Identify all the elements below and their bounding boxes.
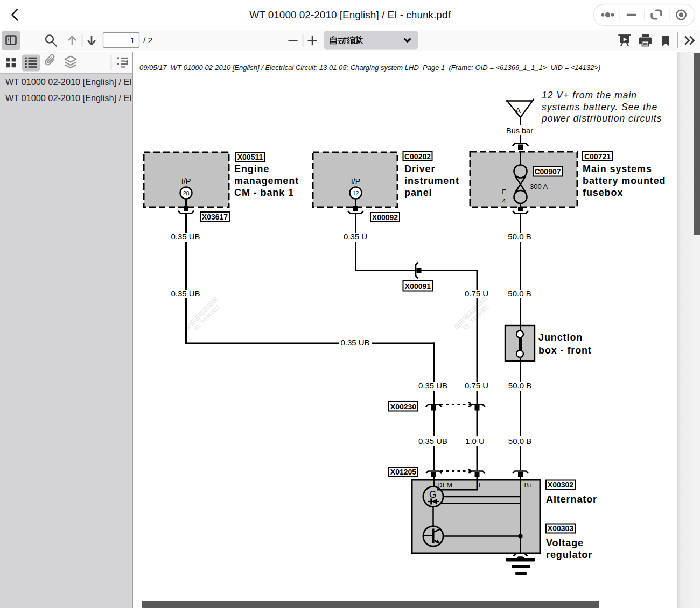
svg-text:I/P: I/P bbox=[351, 177, 361, 186]
svg-text:C00907: C00907 bbox=[534, 167, 561, 176]
svg-text:300 A: 300 A bbox=[530, 182, 548, 190]
svg-text:systems battery. See the: systems battery. See the bbox=[542, 102, 657, 112]
svg-text:DFM: DFM bbox=[437, 481, 452, 489]
svg-text:28: 28 bbox=[183, 190, 190, 196]
svg-text:F: F bbox=[502, 188, 506, 196]
svg-text:A: A bbox=[515, 106, 521, 115]
svg-text:0.35 UB: 0.35 UB bbox=[171, 289, 200, 298]
svg-text:X00091: X00091 bbox=[405, 282, 431, 291]
svg-text:regulator: regulator bbox=[546, 549, 592, 560]
svg-text:instrument: instrument bbox=[404, 175, 459, 186]
svg-text:C00721: C00721 bbox=[584, 152, 611, 161]
svg-text:09/05/17 WT 01000 02-2010 [En: 09/05/17 WT 01000 02-2010 [English] / El… bbox=[139, 63, 600, 72]
svg-text:CM - bank 1: CM - bank 1 bbox=[234, 187, 294, 198]
svg-text:Driver: Driver bbox=[404, 164, 435, 174]
svg-text:box - front: box - front bbox=[538, 345, 592, 356]
svg-text:Bus bar: Bus bar bbox=[506, 126, 533, 135]
svg-text:0.35 UB: 0.35 UB bbox=[418, 381, 447, 390]
svg-text:X01205: X01205 bbox=[390, 468, 416, 476]
svg-text:0.35 UB: 0.35 UB bbox=[171, 232, 200, 241]
svg-text:0.35 UB: 0.35 UB bbox=[418, 436, 447, 446]
svg-text:0.35 UB: 0.35 UB bbox=[340, 338, 369, 347]
svg-text:50.0 B: 50.0 B bbox=[508, 436, 531, 446]
svg-text:power distribution circuits: power distribution circuits bbox=[541, 113, 662, 124]
svg-text:12: 12 bbox=[353, 190, 359, 196]
svg-text:X00092: X00092 bbox=[372, 213, 398, 222]
svg-text:fusebox: fusebox bbox=[583, 187, 623, 198]
svg-text:Engine: Engine bbox=[234, 164, 269, 174]
svg-text:0.75 U: 0.75 U bbox=[465, 289, 488, 298]
svg-text:panel: panel bbox=[404, 187, 432, 198]
svg-text:50.0 B: 50.0 B bbox=[508, 232, 531, 241]
svg-text:Voltage: Voltage bbox=[546, 538, 584, 548]
svg-text:Junction: Junction bbox=[538, 332, 583, 343]
svg-text:X00230: X00230 bbox=[390, 402, 416, 411]
svg-text:X00511: X00511 bbox=[237, 153, 263, 161]
svg-text:1.0 U: 1.0 U bbox=[465, 436, 485, 446]
svg-text:X00303: X00303 bbox=[548, 524, 573, 533]
svg-text:I/P: I/P bbox=[181, 177, 191, 186]
svg-text:X00302: X00302 bbox=[548, 480, 573, 489]
svg-text:management: management bbox=[234, 175, 299, 186]
svg-text:C00202: C00202 bbox=[404, 152, 431, 161]
svg-text:X03617: X03617 bbox=[202, 213, 228, 221]
svg-text:Main systems: Main systems bbox=[583, 164, 652, 174]
svg-text:battery mounted: battery mounted bbox=[583, 175, 666, 186]
svg-text:12 V+ from the main: 12 V+ from the main bbox=[542, 90, 637, 101]
svg-text:G: G bbox=[429, 489, 437, 500]
svg-text:B+: B+ bbox=[524, 481, 533, 489]
svg-text:0.35 U: 0.35 U bbox=[344, 232, 367, 241]
svg-text:0.75 U: 0.75 U bbox=[465, 381, 488, 390]
svg-text:50.0 B: 50.0 B bbox=[508, 381, 531, 390]
svg-text:50.0 B: 50.0 B bbox=[508, 289, 531, 298]
svg-text:L: L bbox=[479, 481, 482, 489]
svg-text:Alternator: Alternator bbox=[546, 494, 597, 505]
svg-text:4: 4 bbox=[502, 197, 506, 205]
